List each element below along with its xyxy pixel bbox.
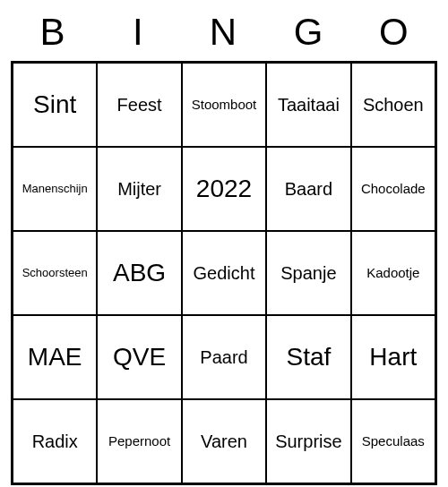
bingo-cell-text: Spanje	[280, 263, 336, 283]
bingo-cell[interactable]: Varen	[182, 399, 266, 483]
bingo-cell-text: ABG	[113, 260, 166, 287]
bingo-cell[interactable]: Feest	[97, 63, 181, 147]
bingo-cell[interactable]: Staf	[266, 315, 350, 399]
bingo-cell-text: Chocolade	[361, 182, 426, 197]
bingo-cell[interactable]: Baard	[266, 147, 350, 231]
bingo-cell[interactable]: Mijter	[97, 147, 181, 231]
bingo-cell-text: Staf	[286, 344, 331, 372]
bingo-cell[interactable]: Schoen	[351, 63, 435, 147]
header-letter-n: N	[181, 11, 266, 54]
header-letter-i: I	[96, 11, 181, 54]
bingo-card: B I N G O SintFeestStoombootTaaitaaiScho…	[11, 11, 437, 485]
bingo-cell-text: Manenschijn	[22, 183, 88, 195]
bingo-cell[interactable]: Hart	[351, 315, 435, 399]
bingo-cell[interactable]: MAE	[13, 315, 97, 399]
bingo-cell-text: Stoomboot	[192, 98, 257, 113]
header-letter-o: O	[352, 11, 437, 54]
bingo-cell-text: Schoen	[363, 95, 424, 115]
bingo-cell[interactable]: Stoomboot	[182, 63, 266, 147]
bingo-cell[interactable]: Schoorsteen	[13, 231, 97, 315]
bingo-cell-text: Radix	[32, 431, 78, 451]
bingo-cell[interactable]: Radix	[13, 399, 97, 483]
bingo-cell-text: Kadootje	[366, 266, 419, 281]
bingo-cell-text: Mijter	[117, 179, 161, 199]
bingo-cell[interactable]: Manenschijn	[13, 147, 97, 231]
bingo-cell[interactable]: Taaitaai	[266, 63, 350, 147]
bingo-cell[interactable]: 2022	[182, 147, 266, 231]
bingo-cell[interactable]: Speculaas	[351, 399, 435, 483]
bingo-cell-text: Varen	[201, 431, 247, 451]
bingo-cell-text: Gedicht	[194, 263, 255, 283]
bingo-cell-text: Speculaas	[362, 434, 425, 449]
bingo-cell-text: Feest	[117, 95, 162, 115]
bingo-cell-text: Pepernoot	[108, 434, 170, 449]
bingo-cell[interactable]: QVE	[97, 315, 181, 399]
bingo-cell[interactable]: Kadootje	[351, 231, 435, 315]
bingo-cell-text: Taaitaai	[278, 95, 340, 115]
bingo-cell[interactable]: Gedicht	[182, 231, 266, 315]
bingo-grid: SintFeestStoombootTaaitaaiSchoenManensch…	[11, 61, 437, 485]
bingo-cell-text: Surprise	[275, 431, 341, 451]
bingo-cell-text: Hart	[369, 344, 417, 372]
bingo-cell-text: QVE	[113, 344, 166, 372]
bingo-cell[interactable]: Pepernoot	[97, 399, 181, 483]
bingo-cell[interactable]: Surprise	[266, 399, 350, 483]
bingo-cell-text: Baard	[285, 179, 332, 199]
header-letter-b: B	[11, 11, 96, 54]
bingo-cell-text: MAE	[28, 344, 82, 372]
bingo-cell-text: Schoorsteen	[22, 267, 88, 279]
bingo-cell[interactable]: Sint	[13, 63, 97, 147]
bingo-cell[interactable]: Spanje	[266, 231, 350, 315]
bingo-cell[interactable]: ABG	[97, 231, 181, 315]
header-letter-g: G	[267, 11, 352, 54]
bingo-cell[interactable]: Paard	[182, 315, 266, 399]
bingo-cell-text: 2022	[196, 175, 252, 203]
bingo-header: B I N G O	[11, 11, 437, 54]
bingo-cell-text: Sint	[33, 91, 76, 119]
bingo-cell-text: Paard	[200, 347, 247, 367]
bingo-cell[interactable]: Chocolade	[351, 147, 435, 231]
